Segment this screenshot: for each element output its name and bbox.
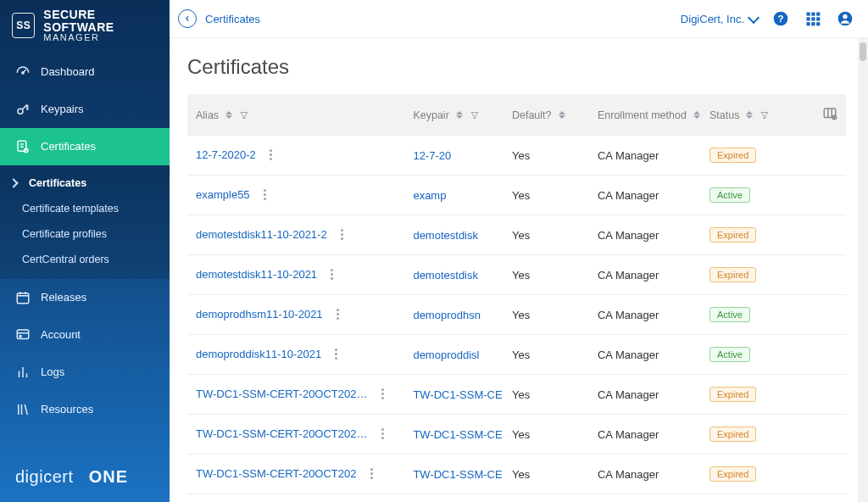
sidebar-sub-certificate-profiles[interactable]: Certificate profiles bbox=[0, 221, 170, 247]
sidebar: SS SECURE SOFTWARE MANAGER Dashboard Key… bbox=[0, 0, 170, 502]
row-spacer bbox=[780, 255, 846, 295]
cert-alias-link[interactable]: demotestdisk11-10-2021-2 bbox=[196, 228, 327, 241]
content: Certificates Alias bbox=[170, 37, 868, 502]
cert-alias-link[interactable]: 12-7-2020-2 bbox=[196, 148, 256, 161]
col-header-label: Alias bbox=[196, 109, 219, 121]
row-actions-menu[interactable] bbox=[339, 227, 345, 242]
cert-alias-link[interactable]: TW-DC1-SSM-CERT-20OCT202… bbox=[196, 427, 368, 440]
sidebar-sub-certificate-templates[interactable]: Certificate templates bbox=[0, 196, 170, 221]
topbar: Certificates DigiCert, Inc. ? bbox=[170, 0, 868, 37]
footer-brand-b: ONE bbox=[89, 467, 128, 486]
row-actions-menu[interactable] bbox=[268, 148, 274, 162]
filter-icon[interactable] bbox=[239, 110, 249, 120]
col-header-alias[interactable]: Alias bbox=[187, 94, 404, 136]
default-value: Yes bbox=[504, 375, 589, 415]
default-value: Yes bbox=[504, 295, 589, 335]
cert-alias-link[interactable]: demoproddisk11-10-2021 bbox=[196, 348, 321, 360]
col-header-enrollment[interactable]: Enrollment method bbox=[589, 94, 701, 136]
sort-icon[interactable] bbox=[746, 111, 753, 119]
table-row: TW-DC1-SSM-CERT-20OCT202…TW-DC1-SSM-CEYe… bbox=[187, 375, 846, 415]
svg-rect-13 bbox=[811, 17, 815, 20]
sidebar-sub-certificates[interactable]: Certificates bbox=[0, 170, 170, 196]
org-name: DigiCert, Inc. bbox=[681, 13, 744, 25]
sort-icon[interactable] bbox=[559, 111, 565, 119]
default-value: Yes bbox=[504, 415, 589, 455]
sidebar-item-label: Logs bbox=[41, 365, 64, 378]
status-badge: Expired bbox=[709, 387, 756, 402]
sidebar-item-dashboard[interactable]: Dashboard bbox=[0, 53, 170, 91]
col-header-keypair[interactable]: Keypair bbox=[404, 94, 504, 136]
user-avatar-icon[interactable] bbox=[836, 9, 854, 28]
row-actions-menu[interactable] bbox=[369, 466, 375, 481]
row-spacer bbox=[780, 375, 846, 415]
keypair-link[interactable]: demoproddisl bbox=[413, 349, 479, 361]
enrollment-method: CA Manager bbox=[589, 176, 701, 215]
row-actions-menu[interactable] bbox=[329, 267, 335, 282]
sort-icon[interactable] bbox=[225, 111, 232, 119]
svg-rect-14 bbox=[816, 17, 820, 20]
keypair-link[interactable]: examp bbox=[413, 189, 446, 202]
enrollment-method: CA Manager bbox=[589, 255, 701, 295]
sidebar-item-certificates[interactable]: Certificates bbox=[0, 128, 170, 165]
breadcrumb-back-button[interactable] bbox=[178, 9, 197, 28]
table-row: demotestdisk11-10-2021demotestdiskYesCA … bbox=[187, 255, 846, 295]
keypair-link[interactable]: demotestdisk bbox=[413, 229, 478, 242]
scrollbar-thumb[interactable] bbox=[860, 42, 866, 61]
scrollbar[interactable] bbox=[858, 37, 868, 502]
enrollment-method: CA Manager bbox=[589, 455, 701, 494]
sidebar-sub-label: Certificates bbox=[29, 177, 86, 189]
svg-rect-9 bbox=[807, 13, 810, 16]
cert-alias-link[interactable]: TW-DC1-SSM-CERT-20OCT202… bbox=[196, 388, 368, 400]
keypair-link[interactable]: TW-DC1-SSM-CE bbox=[413, 388, 502, 401]
sidebar-item-resources[interactable]: Resources bbox=[0, 391, 170, 428]
default-value: Yes bbox=[504, 136, 589, 176]
page-title: Certificates bbox=[187, 55, 846, 79]
org-switcher[interactable]: DigiCert, Inc. bbox=[681, 13, 758, 25]
svg-rect-16 bbox=[811, 22, 815, 25]
cert-alias-link[interactable]: demoprodhsm11-10-2021 bbox=[196, 308, 323, 321]
keypair-link[interactable]: 12-7-20 bbox=[413, 149, 451, 162]
sort-icon[interactable] bbox=[456, 111, 463, 119]
row-actions-menu[interactable] bbox=[333, 347, 339, 361]
row-actions-menu[interactable] bbox=[262, 187, 268, 202]
sidebar-item-label: Resources bbox=[41, 403, 93, 416]
cert-alias-link[interactable]: example55 bbox=[196, 188, 250, 201]
sidebar-sub-label: CertCentral orders bbox=[22, 254, 109, 265]
column-settings-icon[interactable] bbox=[822, 112, 837, 124]
row-actions-menu[interactable] bbox=[380, 387, 386, 401]
filter-icon[interactable] bbox=[760, 110, 770, 120]
brand-text: SECURE SOFTWARE MANAGER bbox=[43, 8, 158, 43]
col-header-default[interactable]: Default? bbox=[504, 94, 589, 136]
app-root: SS SECURE SOFTWARE MANAGER Dashboard Key… bbox=[0, 0, 868, 502]
sidebar-subnav: Certificates Certificate templates Certi… bbox=[0, 165, 170, 279]
default-value: Yes bbox=[504, 335, 589, 375]
keypair-link[interactable]: TW-DC1-SSM-CE bbox=[413, 468, 502, 481]
filter-icon[interactable] bbox=[470, 110, 480, 120]
sidebar-sub-certcentral-orders[interactable]: CertCentral orders bbox=[0, 247, 170, 272]
sort-icon[interactable] bbox=[693, 111, 700, 119]
col-header-status[interactable]: Status bbox=[701, 94, 780, 136]
keypair-link[interactable]: demoprodhsn bbox=[413, 309, 481, 321]
keypair-link[interactable]: TW-DC1-SSM-CE bbox=[413, 428, 502, 441]
enrollment-method: CA Manager bbox=[589, 375, 701, 415]
sidebar-item-account[interactable]: Account bbox=[0, 316, 170, 354]
row-spacer bbox=[780, 136, 846, 176]
help-icon[interactable]: ? bbox=[771, 9, 790, 28]
sidebar-item-label: Keypairs bbox=[41, 103, 84, 115]
sidebar-item-keypairs[interactable]: Keypairs bbox=[0, 91, 170, 128]
cert-alias-link[interactable]: TW-DC1-SSM-CERT-20OCT202 bbox=[196, 467, 357, 480]
calendar-icon bbox=[15, 290, 31, 305]
keypair-link[interactable]: demotestdisk bbox=[413, 269, 478, 282]
row-actions-menu[interactable] bbox=[335, 307, 341, 321]
row-actions-menu[interactable] bbox=[380, 427, 386, 441]
apps-grid-icon[interactable] bbox=[804, 9, 822, 28]
col-header-label: Enrollment method bbox=[598, 109, 687, 121]
cert-alias-link[interactable]: demotestdisk11-10-2021 bbox=[196, 268, 317, 281]
enrollment-method: CA Manager bbox=[589, 335, 701, 375]
sidebar-item-logs[interactable]: Logs bbox=[0, 354, 170, 391]
breadcrumb[interactable]: Certificates bbox=[205, 13, 260, 25]
table-row: demoproddisk11-10-2021demoproddislYesCA … bbox=[187, 335, 846, 375]
footer-brand: digicert ONE bbox=[0, 455, 170, 502]
sidebar-item-releases[interactable]: Releases bbox=[0, 279, 170, 316]
table-row: TW-DC1-SSM-CERT-20OCT202…TW-DC1-SSM-CEYe… bbox=[187, 415, 846, 455]
